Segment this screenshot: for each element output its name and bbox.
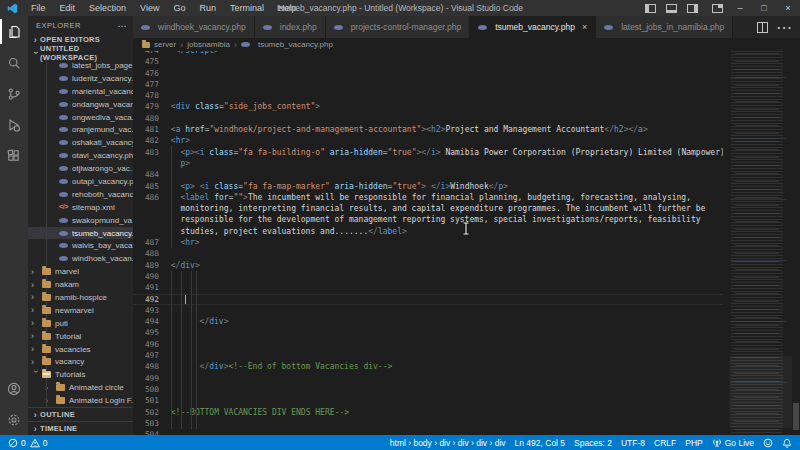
code-line-495[interactable]: 495: [133, 327, 723, 338]
tree-folder-marvel[interactable]: ›marvel: [28, 265, 133, 278]
tree-folder-nakam[interactable]: ›nakam: [28, 278, 133, 291]
line-number[interactable]: 501: [133, 395, 166, 406]
menu-selection[interactable]: Selection: [82, 0, 133, 16]
line-number[interactable]: [133, 158, 166, 169]
code-editor[interactable]: 474</script>475476477478479<div class="s…: [133, 51, 800, 435]
cursor-position[interactable]: Ln 492, Col 5: [515, 438, 566, 448]
timeline-section[interactable]: ›TIMELINE: [28, 421, 133, 435]
line-number[interactable]: 491: [133, 282, 166, 293]
code-line-491[interactable]: 491: [133, 282, 723, 293]
explorer-more-actions-icon[interactable]: ⋯: [118, 21, 128, 31]
tree-folder-tutorials[interactable]: ›Tutorials: [28, 368, 133, 381]
tab-latest-jobs-in-namibia-php[interactable]: latest_jobs_in_namibia.php: [596, 16, 733, 38]
code-line-wrap[interactable]: responsible for the development of manag…: [133, 214, 723, 225]
code-line-475[interactable]: 475: [133, 56, 723, 67]
minimap[interactable]: [729, 51, 792, 435]
code-line-477[interactable]: 477: [133, 79, 723, 90]
code-line-485[interactable]: 485<p> <i class="fa fa-map-marker" aria-…: [133, 181, 723, 192]
outline-section[interactable]: ›OUTLINE: [28, 407, 133, 421]
code-line-486[interactable]: 486<label for="">The incumbent will be r…: [133, 192, 723, 203]
tree-file-walvis-bay-vacan-[interactable]: walvis_bay_vacan...: [28, 239, 133, 252]
close-tab-icon[interactable]: ×: [582, 22, 587, 32]
line-number[interactable]: 496: [133, 339, 166, 350]
line-number[interactable]: 502: [133, 407, 166, 418]
menu-help[interactable]: Help: [271, 0, 304, 16]
tree-file-outapi-vacancy-p-[interactable]: outapi_vacancy.p...: [28, 175, 133, 188]
notifications[interactable]: [782, 438, 792, 448]
breadcrumb-item-server[interactable]: server: [154, 40, 176, 49]
line-number[interactable]: 493: [133, 305, 166, 316]
tree-file-tsumeb-vacancy-[interactable]: tsumeb_vacancy....: [28, 227, 133, 240]
code-line-wrap[interactable]: studies, project evaluations and.......<…: [133, 226, 723, 237]
line-number[interactable]: 488: [133, 248, 166, 259]
code-line-492[interactable]: 492: [133, 294, 723, 305]
search-icon[interactable]: [0, 47, 28, 78]
toggle-sidebar-icon[interactable]: [645, 4, 656, 13]
tab-index-php[interactable]: index.php: [255, 16, 326, 38]
tab-projects-control-manager-php[interactable]: projects-control-manager.php: [326, 16, 471, 38]
menu-terminal[interactable]: Terminal: [223, 0, 271, 16]
code-line-487[interactable]: 487<hr>: [133, 237, 723, 248]
toggle-panel-icon[interactable]: [666, 4, 677, 13]
code-line-479[interactable]: 479<div class="side_jobs_content">: [133, 101, 723, 112]
menu-edit[interactable]: Edit: [53, 0, 83, 16]
scrollbar-thumb[interactable]: [793, 403, 799, 430]
vertical-scrollbar[interactable]: [792, 51, 800, 435]
close-button[interactable]: ×: [776, 0, 800, 16]
tree-file-latest-jobs-page-[interactable]: latest_jobs_page...: [28, 59, 133, 72]
settings-icon[interactable]: [0, 404, 28, 435]
minimize-button[interactable]: –: [728, 0, 752, 16]
tree-file-luderitz-vacancy-[interactable]: luderitz_vacancy....: [28, 72, 133, 85]
menu-run[interactable]: Run: [192, 0, 223, 16]
tree-folder-vacancy[interactable]: ›vacancy: [28, 355, 133, 368]
line-number[interactable]: 480: [133, 113, 166, 124]
language-mode[interactable]: PHP: [685, 438, 702, 448]
line-number[interactable]: 495: [133, 327, 166, 338]
source-control-icon[interactable]: [0, 78, 28, 109]
line-number[interactable]: 484: [133, 169, 166, 180]
code-line-482[interactable]: 482<hr>: [133, 135, 723, 146]
tree-file-ondangwa-vacan-[interactable]: ondangwa_vacan...: [28, 98, 133, 111]
menu-go[interactable]: Go: [166, 0, 192, 16]
customize-layout-icon[interactable]: [712, 4, 723, 13]
eol-sequence[interactable]: CRLF: [654, 438, 676, 448]
tree-file-swakopmund-va-[interactable]: swakopmund_va...: [28, 214, 133, 227]
workspace-section[interactable]: ›UNTITLED (WORKSPACE): [28, 46, 133, 59]
tree-folder-tutorial[interactable]: ›Tutorial: [28, 330, 133, 343]
code-line-476[interactable]: 476: [133, 68, 723, 79]
tree-folder-namib-hospice[interactable]: ›namib-hospice: [28, 291, 133, 304]
code-line-503[interactable]: 503: [133, 418, 723, 429]
line-number[interactable]: 490: [133, 271, 166, 282]
code-line-501[interactable]: 501: [133, 395, 723, 406]
code-line-494[interactable]: 494</div>: [133, 316, 723, 327]
extensions-icon[interactable]: [0, 140, 28, 171]
errors-count[interactable]: 0: [8, 438, 26, 448]
line-number[interactable]: 476: [133, 68, 166, 79]
line-number[interactable]: 498: [133, 361, 166, 372]
tree-folder-puti[interactable]: ›puti: [28, 317, 133, 330]
code-line-wrap[interactable]: p>: [133, 158, 723, 169]
toggle-secondary-sidebar-icon[interactable]: [687, 4, 698, 13]
line-number[interactable]: 475: [133, 56, 166, 67]
tree-file-rehoboth-vacanc-[interactable]: rehoboth_vacanc...: [28, 188, 133, 201]
line-number[interactable]: 500: [133, 384, 166, 395]
maximize-button[interactable]: □: [752, 0, 776, 16]
line-number[interactable]: 499: [133, 373, 166, 384]
line-number[interactable]: 485: [133, 181, 166, 192]
code-line-481[interactable]: 481<a href="windhoek/project-and-managem…: [133, 124, 723, 135]
warnings-count[interactable]: 0: [30, 438, 48, 448]
tree-file-oshakati-vacancy-[interactable]: oshakati_vacancy...: [28, 136, 133, 149]
line-number[interactable]: 497: [133, 350, 166, 361]
tab-windhoek-vacancy-php[interactable]: windhoek_vacancy.php: [133, 16, 255, 38]
tree-file-otavi-vacancy-php[interactable]: otavi_vacancy.php: [28, 149, 133, 162]
code-line-wrap[interactable]: monitoring, interpreting financial resul…: [133, 203, 723, 214]
line-number[interactable]: [133, 203, 166, 214]
line-number[interactable]: 494: [133, 316, 166, 327]
editor-more-actions-icon[interactable]: ⋯: [776, 18, 792, 37]
line-number[interactable]: [133, 214, 166, 225]
run-and-debug-icon[interactable]: [0, 109, 28, 140]
tree-file-otjiwarongo-vac-[interactable]: otjiwarongo_vac...: [28, 162, 133, 175]
minimap-slider[interactable]: [729, 356, 792, 428]
code-line-480[interactable]: 480: [133, 113, 723, 124]
line-number[interactable]: 492: [133, 294, 166, 305]
